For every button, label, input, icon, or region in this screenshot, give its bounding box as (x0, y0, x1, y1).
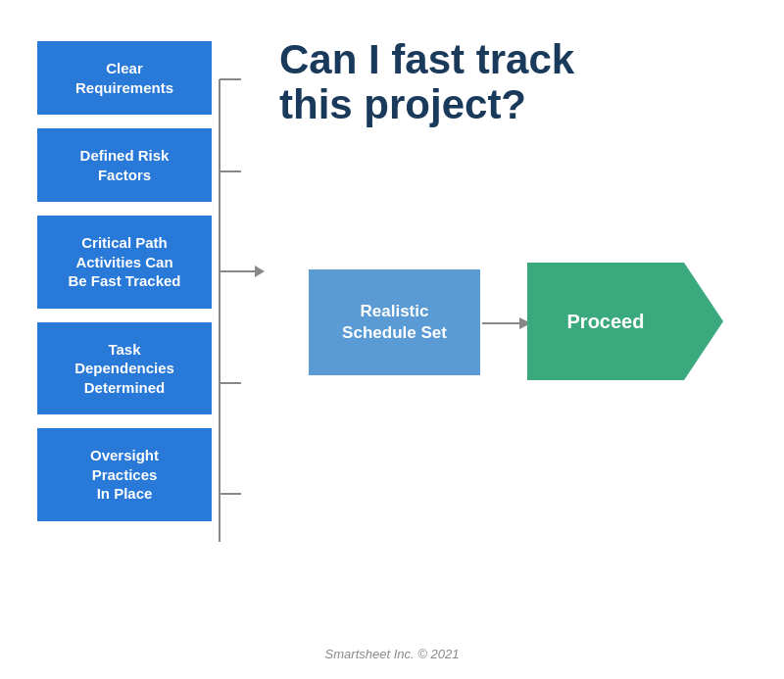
left-column: ClearRequirements Defined RiskFactors Cr… (37, 41, 212, 521)
box-clear-requirements: ClearRequirements (37, 41, 212, 115)
box-oversight: OversightPracticesIn Place (37, 428, 212, 521)
box-defined-risk: Defined RiskFactors (37, 128, 212, 202)
realistic-schedule-box: RealisticSchedule Set (309, 269, 480, 375)
svg-marker-7 (255, 266, 265, 277)
arrow-to-proceed (480, 304, 534, 343)
footer-label: Smartsheet Inc. © 2021 (325, 647, 460, 661)
bracket-connector (212, 41, 266, 619)
box-critical-path: Critical PathActivities CanBe Fast Track… (37, 216, 212, 309)
proceed-pentagon: Proceed (527, 263, 723, 380)
title-line1: Can I fast track (279, 36, 574, 82)
footer-text: Smartsheet Inc. © 2021 (0, 647, 784, 661)
page-title: Can I fast track this project? (279, 37, 730, 127)
title-line2: this project? (279, 81, 526, 127)
svg-text:Proceed: Proceed (567, 311, 645, 332)
box-task-dependencies: TaskDependenciesDetermined (37, 322, 212, 415)
diagram-container: Can I fast track this project? ClearRequ… (0, 0, 784, 679)
